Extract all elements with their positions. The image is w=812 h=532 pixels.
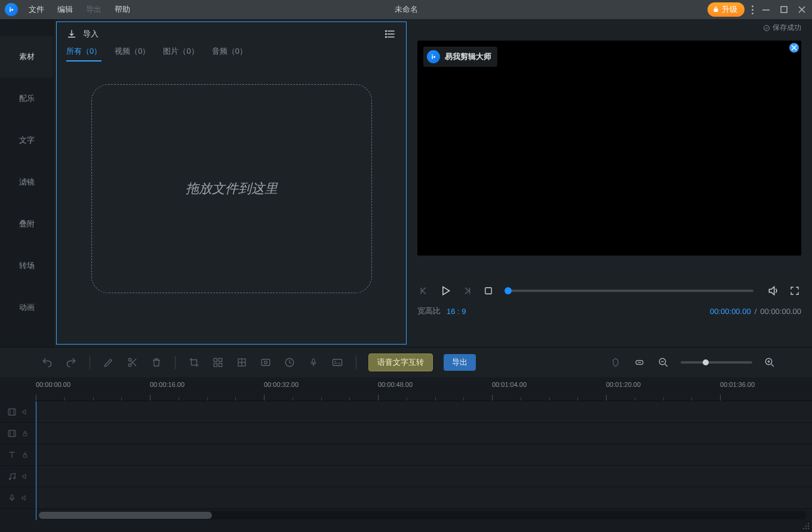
voice-text-button[interactable]: 语音文字互转 bbox=[368, 353, 433, 371]
svg-rect-15 bbox=[214, 358, 217, 361]
svg-point-49 bbox=[803, 528, 804, 529]
asset-tab-image[interactable]: 图片（0） bbox=[163, 46, 198, 61]
progress-slider[interactable] bbox=[508, 290, 753, 292]
sidenav-overlay[interactable]: 叠附 bbox=[0, 203, 53, 245]
track-head bbox=[0, 444, 36, 465]
svg-point-7 bbox=[386, 36, 387, 38]
redo-button[interactable] bbox=[64, 356, 78, 369]
upgrade-button[interactable]: 升级 bbox=[708, 2, 745, 17]
svg-point-47 bbox=[805, 525, 807, 527]
close-button[interactable] bbox=[796, 4, 807, 15]
sidenav-label: 素材 bbox=[19, 51, 35, 62]
maximize-button[interactable] bbox=[779, 4, 789, 15]
asset-tabs: 所有（0） 视频（0） 图片（0） 音频（0） bbox=[57, 46, 406, 66]
volume-icon[interactable] bbox=[21, 473, 29, 480]
import-button[interactable]: 导入 bbox=[66, 29, 99, 39]
menu-edit[interactable]: 编辑 bbox=[53, 2, 78, 17]
track-head bbox=[0, 466, 36, 487]
prev-frame-button[interactable] bbox=[417, 284, 430, 297]
sidenav-transition[interactable]: 转场 bbox=[0, 245, 53, 287]
svg-rect-25 bbox=[312, 359, 315, 363]
preview-video[interactable]: i• 易我剪辑大师 bbox=[417, 41, 801, 256]
volume-icon[interactable] bbox=[21, 408, 29, 416]
menu-file[interactable]: 文件 bbox=[24, 2, 49, 17]
volume-icon[interactable] bbox=[21, 494, 28, 502]
asset-tab-audio[interactable]: 音频（0） bbox=[212, 46, 247, 61]
split-button[interactable] bbox=[126, 356, 139, 369]
marker-button[interactable] bbox=[609, 356, 622, 369]
svg-point-50 bbox=[805, 528, 807, 529]
sidenav-motion[interactable]: 动画 bbox=[0, 287, 53, 328]
import-label: 导入 bbox=[83, 29, 99, 39]
delete-button[interactable] bbox=[150, 356, 163, 369]
volume-button[interactable] bbox=[767, 284, 780, 297]
pen-tool-button[interactable] bbox=[102, 356, 115, 369]
timeline-ruler[interactable]: 00:00:00.0000:00:16.0000:00:32.0000:00:4… bbox=[36, 377, 812, 401]
zoom-knob[interactable] bbox=[703, 359, 709, 365]
window-resize-grip-icon[interactable] bbox=[801, 521, 810, 530]
lock-icon bbox=[712, 6, 719, 13]
sidenav-text[interactable]: 文字 bbox=[0, 119, 53, 161]
scrollbar-thumb[interactable] bbox=[39, 512, 212, 519]
progress-knob[interactable] bbox=[505, 287, 512, 294]
time-current: 00:00:00.00 bbox=[710, 307, 751, 316]
sidenav-music[interactable]: 配乐 bbox=[0, 78, 53, 119]
more-menu-button[interactable] bbox=[752, 5, 753, 14]
subtitle-button[interactable] bbox=[331, 356, 344, 369]
lock-icon[interactable] bbox=[21, 451, 29, 459]
fit-timeline-button[interactable] bbox=[633, 356, 646, 369]
sidenav-filter[interactable]: 滤镜 bbox=[0, 161, 53, 203]
app-logo: i• bbox=[5, 3, 18, 16]
window-title: 未命名 bbox=[395, 4, 418, 15]
asset-tab-video[interactable]: 视频（0） bbox=[115, 46, 150, 61]
sidenav-label: 文字 bbox=[19, 135, 35, 146]
stop-button[interactable] bbox=[482, 284, 495, 297]
sidenav-material[interactable]: 素材 bbox=[0, 36, 53, 78]
zoom-slider[interactable] bbox=[681, 361, 752, 364]
track-video-1[interactable] bbox=[0, 401, 812, 423]
brand-logo-icon: i• bbox=[427, 50, 440, 63]
timeline-h-scrollbar[interactable] bbox=[39, 511, 806, 519]
svg-rect-35 bbox=[8, 408, 16, 415]
speed-button[interactable] bbox=[283, 356, 296, 369]
crop-button[interactable] bbox=[187, 356, 201, 369]
mosaic-button[interactable] bbox=[211, 356, 224, 369]
svg-rect-38 bbox=[8, 430, 16, 436]
export-button[interactable]: 导出 bbox=[444, 354, 476, 371]
time-separator: / bbox=[755, 307, 757, 316]
svg-point-46 bbox=[808, 523, 809, 524]
svg-point-6 bbox=[386, 33, 387, 35]
aspect-value-button[interactable]: 16 : 9 bbox=[447, 307, 466, 316]
remove-watermark-button[interactable] bbox=[789, 43, 799, 53]
voiceover-button[interactable] bbox=[307, 356, 320, 369]
asset-tab-all[interactable]: 所有（0） bbox=[66, 46, 102, 61]
track-voice[interactable] bbox=[0, 487, 812, 509]
freeze-frame-button[interactable] bbox=[259, 356, 272, 369]
track-text[interactable] bbox=[0, 444, 812, 466]
menu-export[interactable]: 导出 bbox=[81, 2, 106, 17]
fullscreen-button[interactable] bbox=[788, 284, 801, 297]
svg-point-8 bbox=[764, 25, 770, 30]
view-toggle-button[interactable] bbox=[385, 28, 396, 40]
play-button[interactable] bbox=[439, 284, 452, 297]
track-video-2[interactable] bbox=[0, 423, 812, 444]
track-head bbox=[0, 401, 36, 422]
menu-help[interactable]: 帮助 bbox=[110, 2, 135, 17]
next-frame-button[interactable] bbox=[460, 284, 473, 297]
list-icon bbox=[385, 28, 396, 40]
zoom-button[interactable] bbox=[235, 356, 248, 369]
svg-point-13 bbox=[128, 358, 131, 361]
menubar: 文件 编辑 导出 帮助 bbox=[24, 2, 135, 17]
track-audio[interactable] bbox=[0, 466, 812, 487]
timeline-toolbar: 语音文字互转 导出 bbox=[0, 348, 812, 377]
svg-rect-0 bbox=[762, 10, 770, 11]
dropzone[interactable]: 拖放文件到这里 bbox=[91, 84, 372, 293]
undo-button[interactable] bbox=[41, 356, 54, 369]
zoom-in-button[interactable] bbox=[763, 356, 776, 369]
svg-line-29 bbox=[665, 364, 668, 367]
minimize-button[interactable] bbox=[761, 4, 771, 15]
lock-icon[interactable] bbox=[21, 430, 29, 437]
timeline-section: 语音文字互转 导出 00:00:00.0000:00:16.0000:00:32… bbox=[0, 347, 812, 532]
zoom-out-button[interactable] bbox=[657, 356, 670, 369]
playhead[interactable] bbox=[36, 401, 36, 520]
